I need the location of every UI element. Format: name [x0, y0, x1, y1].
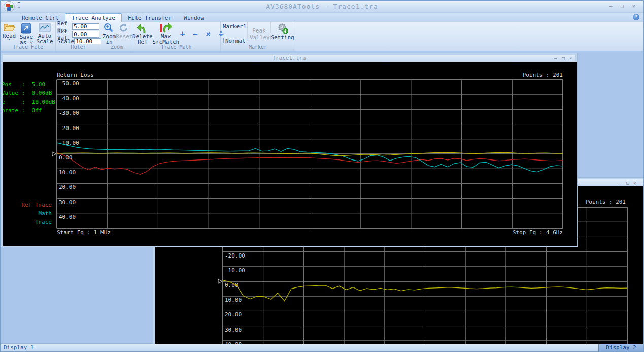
- group-ruler: Ref Pos Ref Val Scale Ruler: [56, 22, 101, 51]
- group-label-marker: Marker: [221, 44, 295, 51]
- group-trace-file: Read ▾ Save as ˅: [1, 22, 56, 51]
- display2-close-button[interactable]: ×: [634, 180, 637, 186]
- zoom-in-icon: [104, 23, 115, 33]
- tab-trace-analyze[interactable]: Trace Analyze: [65, 13, 122, 22]
- group-zoom: Zoom in Reset Zoom: [101, 22, 132, 51]
- help-icon[interactable]: ?: [633, 14, 639, 20]
- window-title: AV3680ATools - Trace1.tra: [1, 3, 643, 10]
- display1-close-button[interactable]: ×: [570, 55, 572, 61]
- display1-window: Trace1.tra – □ × Return Loss Points : 20…: [1, 53, 578, 247]
- ribbon: Read ▾ Save as ˅: [1, 22, 643, 51]
- svg-text:-10.00: -10.00: [59, 140, 79, 146]
- normal-checkbox[interactable]: Normal: [223, 37, 245, 44]
- display1-title-bar[interactable]: Trace1.tra – □ ×: [3, 55, 575, 62]
- open-folder-icon: [3, 23, 15, 33]
- application-window: ▔▾ AV3680ATools - Trace1.tra – ❐ ✕ Remot…: [0, 0, 644, 352]
- svg-text:20.00: 20.00: [225, 311, 242, 318]
- srcmatch-arrow-icon: [159, 23, 173, 33]
- svg-text:-20.00: -20.00: [59, 125, 79, 132]
- status-display2-tab[interactable]: Display 2: [598, 344, 643, 352]
- marker-select-dropdown[interactable]: Marker1 ▾: [223, 23, 245, 37]
- stop-freq-label: Stop Fq : 4 GHz: [513, 229, 563, 236]
- svg-text:-40.00: -40.00: [59, 95, 79, 102]
- svg-text:-50.00: -50.00: [59, 80, 79, 87]
- minimize-button[interactable]: –: [609, 3, 613, 9]
- math-operators[interactable]: + − × ÷: [180, 29, 225, 39]
- group-label-trace-file: Trace File: [1, 44, 55, 51]
- zoom-reset-button: Reset: [117, 22, 132, 39]
- svg-text:-10.00: -10.00: [225, 267, 245, 274]
- group-marker: Marker1 ▾ Normal Delta Peak Valley: [221, 22, 295, 51]
- ref-val-input[interactable]: [72, 31, 99, 38]
- status-display1-label: Display 1: [4, 344, 34, 351]
- tab-window[interactable]: Window: [178, 14, 210, 22]
- mdi-area: – □ × Points : 201 -50.00-40.00-30.00-20…: [1, 51, 644, 344]
- save-as-icon: [21, 23, 32, 34]
- read-dropdown-icon: ▾: [8, 39, 10, 41]
- auto-scale-icon: [39, 23, 51, 33]
- svg-text:-30.00: -30.00: [59, 110, 79, 116]
- trace-info-panel: Pos : 5.00 Value : 0.00dB e : 10.00dB br…: [3, 80, 55, 115]
- ref-val-field-row: Ref Val: [57, 30, 99, 38]
- info-scale: e : 10.00dB: [3, 98, 55, 106]
- svg-text:20.00: 20.00: [59, 184, 76, 190]
- ribbon-tab-row: Remote Ctrl Trace Analyze File Transfer …: [1, 13, 643, 22]
- tab-file-transfer[interactable]: File Transfer: [122, 14, 178, 22]
- display1-points-label: Points : 201: [523, 72, 563, 78]
- svg-text:-20.00: -20.00: [225, 252, 245, 259]
- start-freq-label: Start Fq : 1 MHz: [57, 229, 111, 236]
- svg-text:30.00: 30.00: [225, 327, 242, 333]
- reset-icon: [119, 23, 130, 33]
- read-button[interactable]: Read ▾: [1, 22, 18, 41]
- svg-text:10.00: 10.00: [225, 297, 242, 303]
- normal-checkbox-box[interactable]: [223, 38, 224, 43]
- info-calibrate: brate : Off: [3, 106, 55, 115]
- status-bar: Display 1 Display 2: [1, 343, 643, 351]
- restore-button[interactable]: ❐: [621, 3, 624, 9]
- gear-icon: [277, 23, 288, 34]
- svg-text:40.00: 40.00: [59, 214, 76, 220]
- group-label-ruler: Ruler: [56, 44, 101, 51]
- svg-text:10.00: 10.00: [59, 169, 76, 176]
- peak-valley-button: Peak Valley: [250, 27, 268, 41]
- svg-text:30.00: 30.00: [59, 199, 76, 206]
- chart-title: Return Loss: [57, 72, 94, 78]
- display1-minimize-button[interactable]: –: [554, 55, 557, 61]
- close-button[interactable]: ✕: [632, 3, 635, 9]
- group-label-zoom: Zoom: [101, 44, 132, 51]
- display1-chart-area: Return Loss Points : 201 Pos : 5.00 Valu…: [3, 62, 577, 246]
- title-bar[interactable]: ▔▾ AV3680ATools - Trace1.tra – ❐ ✕: [1, 1, 643, 13]
- display2-minimize-button[interactable]: –: [619, 180, 621, 186]
- legend-ref-trace: Ref Trace: [19, 201, 52, 209]
- ribbon-empty-area: [295, 22, 643, 51]
- info-ref-pos: Pos : 5.00: [3, 80, 55, 89]
- legend: Ref Trace Math Trace: [19, 201, 52, 227]
- display2-points-label: Points : 201: [586, 199, 626, 205]
- group-trace-math: Delete Ref Trace Max SrcMatch + − × ÷ Tr…: [132, 22, 221, 51]
- svg-text:40.00: 40.00: [225, 341, 242, 344]
- display1-window-title: Trace1.tra: [272, 55, 306, 61]
- auto-scale-button[interactable]: Auto Scale: [35, 22, 54, 44]
- marker-dropdown-icon: ▾: [223, 32, 225, 36]
- max-srcmatch-button[interactable]: Max SrcMatch: [153, 22, 179, 45]
- svg-text:0.00: 0.00: [59, 154, 73, 161]
- setting-button[interactable]: Setting: [270, 22, 294, 40]
- display1-restore-button[interactable]: □: [562, 55, 564, 61]
- legend-math-trace: Math Trace: [19, 209, 52, 227]
- save-as-button[interactable]: Save as ˅: [18, 22, 35, 45]
- info-value: Value : 0.00dB: [3, 89, 55, 98]
- display2-restore-button[interactable]: □: [626, 180, 629, 186]
- undo-arrow-icon: [137, 23, 149, 33]
- zoom-in-button[interactable]: Zoom in: [101, 22, 117, 45]
- group-label-trace-math: Trace Math: [132, 44, 220, 51]
- display1-chart-svg: -50.00-40.00-30.00-20.00-10.000.0010.002…: [3, 62, 577, 246]
- ref-pos-input[interactable]: [72, 23, 99, 30]
